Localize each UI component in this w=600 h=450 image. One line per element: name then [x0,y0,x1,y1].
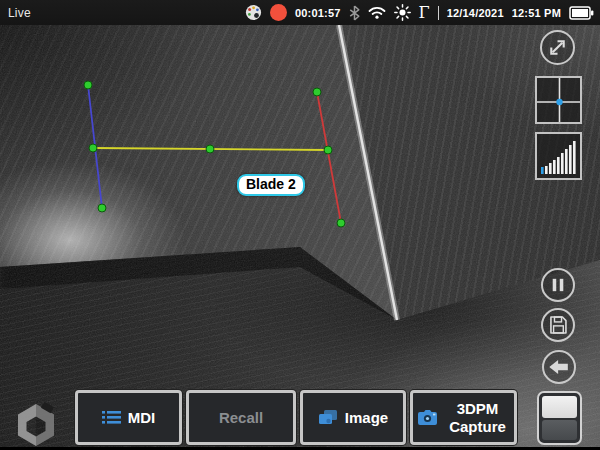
image-layers-icon [318,409,338,427]
live-video-view[interactable]: Blade 2 [0,25,600,447]
measurement-overlay [0,25,600,447]
measurement-point[interactable] [98,204,106,212]
measurement-point[interactable] [324,146,332,154]
back-arrow-icon [544,352,574,382]
floppy-disk-icon [543,310,573,340]
mdi-list-icon [102,410,121,425]
palette-icon [245,4,262,21]
measurement-point[interactable] [337,219,345,227]
gamma-indicator: Γ [419,5,430,21]
borescope-app: Live 00:01:57 [0,0,600,450]
gain-levels-button[interactable] [535,132,582,180]
camera-icon [417,409,438,426]
measurement-point[interactable] [89,144,97,152]
brightness-icon [394,4,411,21]
wifi-icon [368,6,386,19]
measurement-label[interactable]: Blade 2 [237,174,305,196]
measurement-point[interactable] [84,81,92,89]
crosshair-icon [537,78,580,122]
recall-button-label: Recall [219,409,263,426]
expand-arrows-icon [542,32,573,63]
pause-button[interactable] [541,268,575,302]
measurement-point[interactable] [313,88,321,96]
record-indicator [270,4,287,21]
mdi-button[interactable]: MDI [75,390,182,445]
zoom-expand-button[interactable] [540,30,575,65]
record-timer: 00:01:57 [295,7,341,19]
status-icons: 00:01:57 Γ 12/14/2021 12:5 [245,4,594,21]
blade-edge-highlight [339,25,397,320]
split-screen-icon [542,396,577,418]
date-label: 12/14/2021 [447,7,504,19]
status-bar: Live 00:01:57 [0,0,600,25]
waygate-logo [13,402,59,447]
3dpm-capture-button[interactable]: 3DPM Capture [410,390,517,445]
image-button[interactable]: Image [300,390,406,445]
time-label: 12:51 PM [512,7,561,19]
battery-icon [569,6,594,20]
bluetooth-icon [349,5,360,21]
save-button[interactable] [541,308,575,342]
red-reference-line [317,92,341,223]
image-button-label: Image [345,409,388,426]
recall-button[interactable]: Recall [186,390,296,445]
display-toggle-button[interactable] [537,391,582,445]
mdi-button-label: MDI [128,409,156,426]
status-separator [438,6,439,20]
live-status-label: Live [8,6,31,20]
measurement-point[interactable] [206,145,214,153]
back-button[interactable] [542,350,576,384]
crosshair-button[interactable] [535,76,582,124]
3dpm-capture-button-label: 3DPM Capture [445,400,511,435]
bottom-toolbar: MDI Recall Image [75,390,517,445]
ascending-bars-icon [537,134,580,178]
pause-icon [543,270,573,300]
